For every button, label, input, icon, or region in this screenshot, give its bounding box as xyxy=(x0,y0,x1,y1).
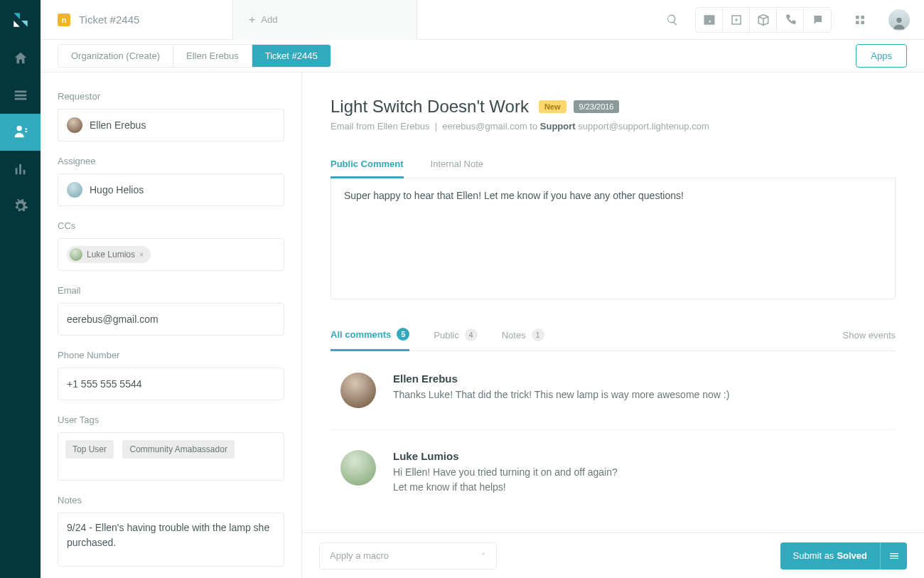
list-icon xyxy=(13,87,28,103)
channel-icon-5[interactable] xyxy=(804,7,831,33)
ticket-number: Ticket #2445 xyxy=(79,14,139,26)
tab-all-comments[interactable]: All comments 5 xyxy=(331,319,409,351)
top-bar: n Ticket #2445 + Add xyxy=(41,0,924,40)
chevron-up-icon: ⌃ xyxy=(480,552,486,560)
submit-button[interactable]: Submit asSolved xyxy=(780,542,880,569)
compose-tabs: Public Comment Internal Note xyxy=(331,151,896,178)
submit-group: Submit asSolved xyxy=(780,542,907,569)
notes-textarea[interactable]: 9/24 - Ellen's having trouble with the l… xyxy=(67,513,275,557)
email-value: eerebus@gmail.com xyxy=(67,314,159,325)
nav-views[interactable] xyxy=(0,77,41,114)
apps-button[interactable]: Apps xyxy=(856,44,907,68)
notes-field[interactable]: 9/24 - Ellen's having trouble with the l… xyxy=(58,513,284,567)
assignee-field[interactable]: Hugo Helios xyxy=(58,173,284,206)
tab-notes[interactable]: Notes 1 xyxy=(502,320,544,350)
ticket-title: Light Switch Doesn't Work xyxy=(331,97,529,117)
channel-icons xyxy=(695,7,832,33)
menu-icon xyxy=(888,550,900,562)
svg-rect-3 xyxy=(856,16,859,19)
package-icon xyxy=(757,14,770,26)
date-badge: 9/23/2016 xyxy=(574,100,620,113)
gear-icon xyxy=(13,198,28,214)
add-tab-button[interactable]: + Add xyxy=(232,0,417,40)
usertags-label: User Tags xyxy=(58,414,284,425)
macro-dropdown[interactable]: Apply a macro ⌃ xyxy=(319,542,497,569)
nav-customers[interactable] xyxy=(0,114,41,151)
ticket-main: Light Switch Doesn't Work New 9/23/2016 … xyxy=(302,73,924,578)
submit-menu-button[interactable] xyxy=(880,542,907,569)
message-text: Thanks Luke! That did the trick! This ne… xyxy=(393,387,729,402)
logo-icon xyxy=(11,11,30,29)
count-badge: 4 xyxy=(465,328,478,341)
avatar xyxy=(340,450,376,486)
avatar xyxy=(340,373,376,408)
search-button[interactable] xyxy=(657,0,688,40)
home-icon xyxy=(13,50,28,66)
message-author: Luke Lumios xyxy=(393,450,618,462)
bolt-icon xyxy=(730,14,743,26)
svg-rect-4 xyxy=(861,16,864,19)
compose-textarea[interactable]: Super happy to hear that Ellen! Let me k… xyxy=(331,178,896,299)
ticket-footer: Apply a macro ⌃ Submit asSolved xyxy=(302,532,924,578)
phone-value: +1 555 555 5544 xyxy=(67,378,142,390)
breadcrumb-user[interactable]: Ellen Erebus xyxy=(173,45,252,67)
window-icon xyxy=(703,14,716,26)
nav-settings[interactable] xyxy=(0,188,41,225)
phone-field[interactable]: +1 555 555 5544 xyxy=(58,368,284,400)
grid-icon xyxy=(854,14,866,26)
assignee-name: Hugo Helios xyxy=(90,184,144,196)
macro-placeholder: Apply a macro xyxy=(330,550,389,561)
ticket-sidebar: Requestor Ellen Erebus Assignee Hugo Hel… xyxy=(41,73,302,578)
chat-icon xyxy=(811,14,824,26)
chart-icon xyxy=(13,161,28,177)
channel-icon-3[interactable] xyxy=(750,7,777,33)
breadcrumb-row: Organization (Create) Ellen Erebus Ticke… xyxy=(41,40,924,73)
svg-rect-5 xyxy=(856,21,859,24)
search-icon xyxy=(666,14,679,26)
avatar xyxy=(67,117,82,133)
apps-grid-button[interactable] xyxy=(844,0,876,40)
svg-rect-6 xyxy=(861,21,864,24)
requestor-field[interactable]: Ellen Erebus xyxy=(58,109,284,141)
ticket-chip: n Ticket #2445 xyxy=(41,14,232,26)
user-tag: Top User xyxy=(65,440,114,459)
requestor-label: Requestor xyxy=(58,91,284,102)
nav-reports[interactable] xyxy=(0,151,41,188)
user-tag: Community Amabassador xyxy=(122,440,234,459)
channel-icon-2[interactable] xyxy=(723,7,750,33)
phone-label: Phone Number xyxy=(58,350,284,360)
tab-public[interactable]: Public 4 xyxy=(434,320,477,350)
count-badge: 5 xyxy=(397,328,409,341)
channel-icon-4[interactable] xyxy=(777,7,804,33)
breadcrumb: Organization (Create) Ellen Erebus Ticke… xyxy=(58,44,331,68)
profile-avatar[interactable] xyxy=(888,9,910,31)
breadcrumb-ticket[interactable]: Ticket #2445 xyxy=(252,45,331,67)
nav-rail xyxy=(0,0,41,578)
email-label: Email xyxy=(58,285,284,296)
breadcrumb-org[interactable]: Organization (Create) xyxy=(58,45,173,67)
requestor-name: Ellen Erebus xyxy=(90,119,146,131)
message-text: Hi Ellen! Have you tried turning it on a… xyxy=(393,465,618,495)
person-icon xyxy=(891,15,907,31)
show-events-link[interactable]: Show events xyxy=(843,321,896,349)
remove-cc-icon[interactable]: × xyxy=(139,250,144,259)
tab-public-comment[interactable]: Public Comment xyxy=(331,151,404,178)
nav-home[interactable] xyxy=(0,40,41,77)
cc-name: Luke Lumios xyxy=(87,250,135,259)
avatar xyxy=(70,248,82,261)
channel-icon-1[interactable] xyxy=(696,7,723,33)
notes-label: Notes xyxy=(58,495,284,505)
ccs-field[interactable]: Luke Lumios × xyxy=(58,238,284,271)
add-tab-label: Add xyxy=(261,14,277,25)
ticket-type-badge: n xyxy=(58,14,70,26)
tab-internal-note[interactable]: Internal Note xyxy=(431,151,483,178)
message: Ellen Erebus Thanks Luke! That did the t… xyxy=(331,373,896,430)
from-line: Email from Ellen Erebus | eerebus@gmail.… xyxy=(331,121,896,132)
usertags-field[interactable]: Top User Community Amabassador xyxy=(58,432,284,481)
plus-icon: + xyxy=(249,14,255,26)
ccs-label: CCs xyxy=(58,220,284,231)
logo xyxy=(0,0,41,40)
cc-tag: Luke Lumios × xyxy=(67,246,151,263)
message-thread: Ellen Erebus Thanks Luke! That did the t… xyxy=(331,351,896,516)
email-field[interactable]: eerebus@gmail.com xyxy=(58,303,284,336)
